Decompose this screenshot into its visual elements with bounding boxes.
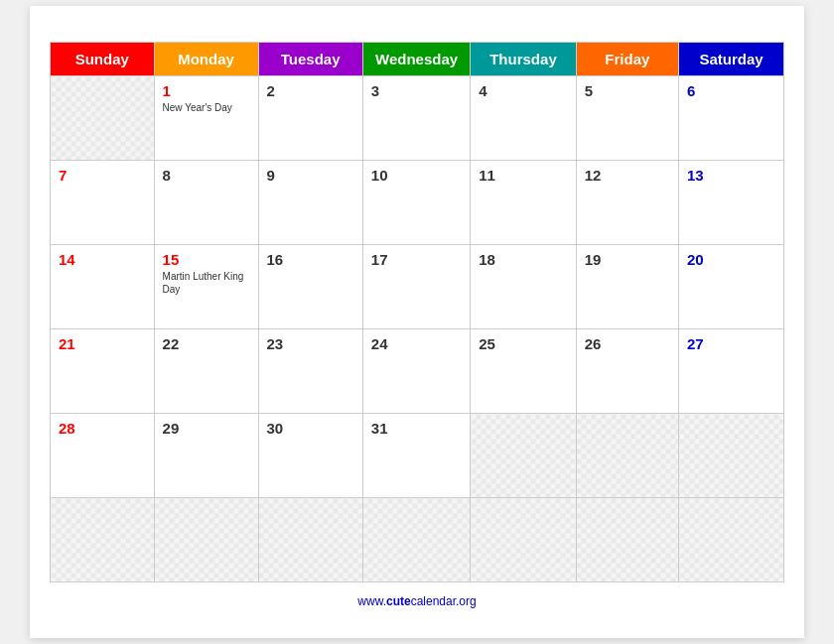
day-number: 19 [585, 251, 670, 268]
calendar-cell [471, 414, 576, 498]
calendar-cell [576, 498, 678, 582]
calendar-week-2: 1415Martin Luther King Day1617181920 [51, 245, 784, 329]
calendar-cell: 30 [258, 414, 362, 498]
calendar-week-0: 1New Year's Day23456 [51, 76, 784, 161]
calendar-cell: 24 [362, 329, 470, 414]
calendar-cell: 23 [258, 329, 362, 414]
calendar-cell: 7 [51, 161, 155, 245]
day-number: 5 [585, 82, 670, 99]
day-number: 11 [479, 167, 567, 184]
header-tuesday: Tuesday [258, 43, 362, 76]
day-number: 10 [371, 167, 462, 184]
day-number: 16 [267, 251, 354, 268]
calendar-cell: 14 [51, 245, 155, 329]
calendar-cell: 6 [679, 76, 784, 161]
day-number: 6 [687, 82, 775, 99]
day-number: 28 [59, 420, 146, 437]
day-number: 2 [267, 82, 354, 99]
day-number: 27 [687, 335, 775, 352]
day-number: 30 [267, 420, 354, 437]
header-monday: Monday [154, 43, 258, 76]
day-number: 29 [163, 420, 250, 437]
calendar-cell: 20 [679, 245, 784, 329]
calendar-cell [51, 76, 155, 161]
day-number: 20 [687, 251, 775, 268]
day-number: 17 [371, 251, 462, 268]
calendar-cell: 11 [471, 161, 576, 245]
calendar-cell: 12 [576, 161, 678, 245]
day-number: 15 [163, 251, 250, 268]
calendar-cell [154, 498, 258, 582]
calendar-cell: 22 [154, 329, 258, 414]
calendar-cell [679, 414, 784, 498]
calendar-cell: 17 [362, 245, 470, 329]
calendar-cell: 27 [679, 329, 784, 414]
day-number: 25 [479, 335, 567, 352]
footer: www.cutecalendar.org [50, 594, 784, 608]
day-number: 31 [371, 420, 462, 437]
calendar-cell: 15Martin Luther King Day [154, 245, 258, 329]
calendar-cell: 8 [154, 161, 258, 245]
calendar-week-3: 21222324252627 [51, 329, 784, 414]
header-wednesday: Wednesday [362, 43, 470, 76]
day-number: 14 [59, 251, 146, 268]
calendar-cell [679, 498, 784, 582]
day-number: 9 [267, 167, 354, 184]
calendar-cell: 16 [258, 245, 362, 329]
day-number: 18 [479, 251, 567, 268]
calendar-cell: 1New Year's Day [154, 76, 258, 161]
header-saturday: Saturday [679, 43, 784, 76]
day-number: 3 [371, 82, 462, 99]
calendar-cell [258, 498, 362, 582]
calendar-cell: 18 [471, 245, 576, 329]
day-number: 1 [163, 82, 250, 99]
calendar-cell [51, 498, 155, 582]
calendar-cell: 21 [51, 329, 155, 414]
day-number: 24 [371, 335, 462, 352]
header-sunday: Sunday [51, 43, 155, 76]
calendar-cell: 3 [362, 76, 470, 161]
calendar-cell: 31 [362, 414, 470, 498]
calendar-cell: 9 [258, 161, 362, 245]
day-number: 23 [267, 335, 354, 352]
day-number: 12 [585, 167, 670, 184]
calendar-container: Sunday Monday Tuesday Wednesday Thursday… [30, 6, 804, 638]
holiday-name: Martin Luther King Day [163, 270, 250, 296]
calendar-cell: 10 [362, 161, 470, 245]
header-friday: Friday [576, 43, 678, 76]
calendar-week-5 [51, 498, 784, 582]
calendar-cell: 5 [576, 76, 678, 161]
holiday-name: New Year's Day [163, 101, 250, 114]
calendar-cell: 2 [258, 76, 362, 161]
day-number: 26 [585, 335, 670, 352]
calendar-cell [362, 498, 470, 582]
calendar-week-1: 78910111213 [51, 161, 784, 245]
header-row: Sunday Monday Tuesday Wednesday Thursday… [51, 43, 784, 76]
calendar-cell: 4 [471, 76, 576, 161]
day-number: 22 [163, 335, 250, 352]
day-number: 4 [479, 82, 567, 99]
footer-link: www.cutecalendar.org [357, 594, 476, 608]
calendar-cell: 13 [679, 161, 784, 245]
calendar-cell: 28 [51, 414, 155, 498]
day-number: 8 [163, 167, 250, 184]
day-number: 13 [687, 167, 775, 184]
calendar-cell: 26 [576, 329, 678, 414]
day-number: 7 [59, 167, 146, 184]
calendar-table: Sunday Monday Tuesday Wednesday Thursday… [50, 42, 784, 582]
header-thursday: Thursday [471, 43, 576, 76]
calendar-cell: 29 [154, 414, 258, 498]
calendar-week-4: 28293031 [51, 414, 784, 498]
calendar-cell: 25 [471, 329, 576, 414]
calendar-cell: 19 [576, 245, 678, 329]
calendar-cell [576, 414, 678, 498]
calendar-cell [471, 498, 576, 582]
day-number: 21 [59, 335, 146, 352]
